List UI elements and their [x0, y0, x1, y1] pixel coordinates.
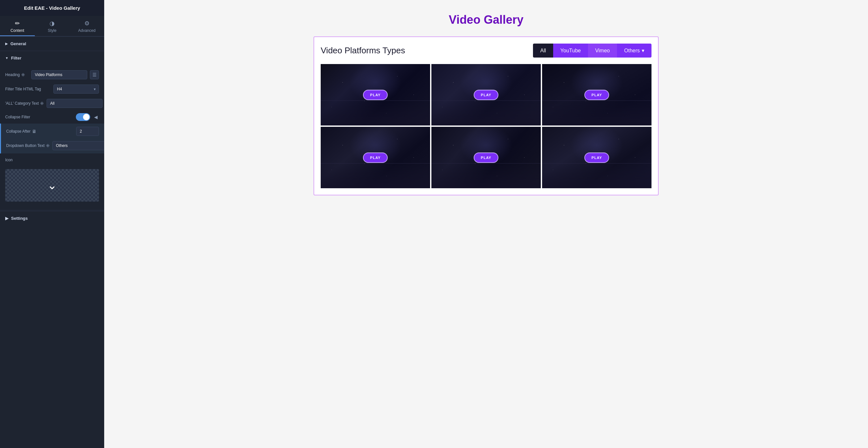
advanced-icon: ⚙ [84, 20, 90, 27]
monitor-icon: 🖥 [32, 129, 36, 134]
others-dropdown-arrow-icon: ▾ [642, 47, 644, 54]
filter-title-tag-row: Filter Title HTML Tag H4 H1 H2 H3 H5 H6 … [0, 82, 104, 96]
video-thumb-3[interactable]: PLAY [542, 64, 651, 126]
tab-advanced[interactable]: ⚙ Advanced [69, 16, 104, 36]
collapse-filter-toggle[interactable] [76, 113, 90, 121]
play-btn-1[interactable]: PLAY [363, 90, 388, 100]
video-thumb-4[interactable]: PLAY [321, 127, 430, 188]
heading-row: Heading ⁜ ☰ [0, 68, 104, 82]
filter-section-label: Filter [11, 56, 22, 61]
collapse-filter-label: Collapse Filter [5, 115, 73, 119]
dropdown-dots-icon: ⁜ [46, 143, 50, 148]
style-icon: ◑ [50, 20, 55, 27]
video-thumb-6[interactable]: PLAY [542, 127, 651, 188]
dropdown-button-text-label: Dropdown Button Text ⁜ [6, 143, 50, 148]
chevron-down-icon: ⌄ [47, 179, 57, 191]
icon-preview[interactable]: ⌄ [5, 169, 99, 202]
icon-label-row: Icon [0, 153, 104, 167]
filter-section-header[interactable]: ▼ Filter [0, 51, 104, 65]
play-btn-6[interactable]: PLAY [584, 152, 609, 163]
tab-bar: ✏ Content ◑ Style ⚙ Advanced [0, 16, 104, 36]
tab-style[interactable]: ◑ Style [35, 16, 70, 36]
video-grid: PLAY PLAY PLAY PLAY PLAY PLAY [321, 64, 651, 188]
filter-btn-vimeo[interactable]: Vimeo [588, 43, 617, 58]
divider-1 [0, 210, 104, 210]
general-expand-icon: ▶ [5, 42, 8, 45]
filter-heading: Video Platforms Types [321, 45, 405, 56]
all-category-row: 'ALL' Category Text ⁜ [0, 96, 104, 110]
collapse-filter-row: Collapse Filter ◀ [0, 110, 104, 124]
heading-label: Heading ⁜ [5, 72, 29, 77]
play-btn-5[interactable]: PLAY [474, 152, 498, 163]
icon-label: Icon [5, 158, 13, 162]
others-label: Others [624, 48, 640, 54]
filter-btn-youtube[interactable]: YouTube [553, 43, 588, 58]
settings-section-label: Settings [11, 216, 28, 221]
collapse-panel: Collapse After 🖥 Dropdown Button Text ⁜ … [0, 124, 104, 153]
settings-section-header[interactable]: ▶ Settings [0, 211, 104, 225]
all-category-dots-icon: ⁜ [40, 101, 44, 106]
collapse-filter-panel-toggle[interactable]: ◀ [93, 113, 99, 121]
filter-title-tag-select[interactable]: H4 H1 H2 H3 H5 H6 [53, 84, 99, 94]
video-thumb-5[interactable]: PLAY [431, 127, 541, 188]
play-btn-2[interactable]: PLAY [474, 90, 498, 100]
filter-title-tag-label: Filter Title HTML Tag [5, 87, 51, 91]
collapse-after-row: Collapse After 🖥 [1, 124, 104, 138]
heading-align-icon[interactable]: ☰ [90, 70, 99, 79]
collapse-after-input[interactable] [76, 127, 99, 136]
sidebar: Edit EAE - Video Gallery ✏ Content ◑ Sty… [0, 0, 104, 448]
main-content: Video Gallery Video Platforms Types All … [104, 0, 868, 448]
settings-expand-icon: ▶ [5, 216, 8, 221]
all-category-input[interactable] [46, 99, 102, 108]
general-section-label: General [10, 41, 26, 46]
sidebar-title: Edit EAE - Video Gallery [0, 0, 104, 16]
dropdown-button-text-input[interactable] [53, 141, 104, 150]
dropdown-button-text-row: Dropdown Button Text ⁜ ☰ [1, 138, 104, 153]
collapse-filter-toggle-wrapper [76, 113, 90, 121]
heading-dots-icon: ⁜ [21, 72, 25, 77]
tab-style-label: Style [48, 28, 57, 33]
play-btn-4[interactable]: PLAY [363, 152, 388, 163]
tab-content[interactable]: ✏ Content [0, 16, 35, 36]
filter-collapse-icon: ▼ [5, 56, 8, 60]
content-icon: ✏ [15, 20, 20, 27]
collapse-after-label: Collapse After 🖥 [6, 129, 73, 134]
video-thumb-1[interactable]: PLAY [321, 64, 430, 126]
all-category-label: 'ALL' Category Text ⁜ [5, 101, 44, 106]
filter-form: Heading ⁜ ☰ Filter Title HTML Tag H4 H1 … [0, 65, 104, 209]
play-btn-3[interactable]: PLAY [584, 90, 609, 100]
filter-btn-others[interactable]: Others ▾ [617, 43, 651, 58]
general-section-header[interactable]: ▶ General [0, 36, 104, 51]
video-thumb-2[interactable]: PLAY [431, 64, 541, 126]
filter-bar: Video Platforms Types All YouTube Vimeo … [321, 43, 651, 58]
heading-input[interactable] [31, 70, 87, 79]
tab-advanced-label: Advanced [78, 28, 95, 33]
filter-title-tag-select-wrapper: H4 H1 H2 H3 H5 H6 ▼ [53, 84, 99, 94]
filter-buttons: All YouTube Vimeo Others ▾ [533, 43, 651, 58]
page-title: Video Gallery [448, 13, 523, 27]
gallery-container: Video Platforms Types All YouTube Vimeo … [313, 36, 659, 196]
tab-content-label: Content [10, 28, 24, 33]
filter-btn-all[interactable]: All [533, 43, 553, 58]
